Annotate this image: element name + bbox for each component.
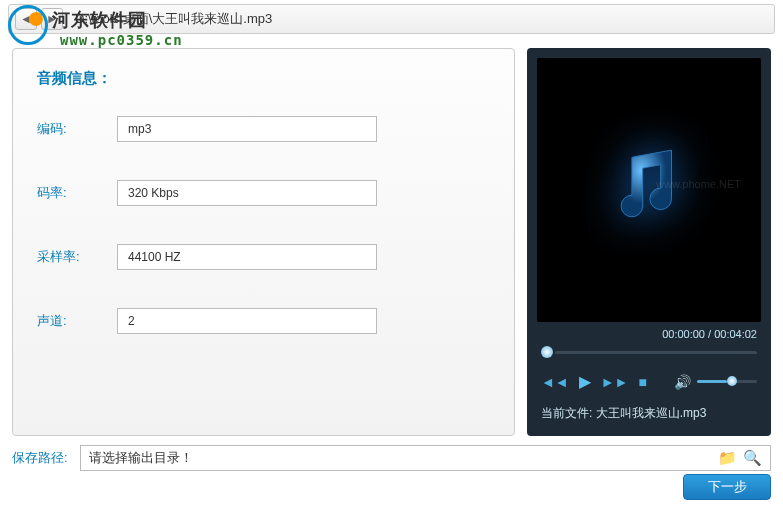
volume-icon[interactable]: 🔊 [674, 374, 691, 390]
channels-row: 声道: [37, 308, 490, 334]
preview-watermark: www.phome.NET [656, 178, 741, 190]
audio-info-panel: 音频信息： 编码: 码率: 采样率: 声道: [12, 48, 515, 436]
next-button[interactable]: 下一步 [683, 474, 771, 500]
search-icon[interactable]: 🔍 [743, 449, 762, 467]
time-display: 00:00:00 / 00:04:02 [537, 322, 761, 344]
samplerate-input[interactable] [117, 244, 377, 270]
watermark-brand: 河东软件园 [52, 8, 147, 32]
player-panel: www.phome.NET 00:00:00 / 00:04:02 ◄◄ ▶ ►… [527, 48, 771, 436]
stop-icon[interactable]: ■ [638, 374, 646, 390]
seek-bar[interactable] [537, 344, 761, 366]
save-path-row: 保存路径: 请选择输出目录！ 📁 🔍 [12, 444, 771, 472]
bitrate-label: 码率: [37, 184, 117, 202]
preview-area: www.phome.NET [537, 58, 761, 322]
save-path-label: 保存路径: [12, 449, 74, 467]
bitrate-row: 码率: [37, 180, 490, 206]
save-path-input[interactable]: 请选择输出目录！ 📁 🔍 [80, 445, 771, 471]
volume-control: 🔊 [674, 374, 757, 390]
watermark-logo [8, 5, 48, 49]
music-note-icon [604, 143, 694, 237]
folder-icon[interactable]: 📁 [718, 449, 737, 467]
next-icon[interactable]: ►► [601, 374, 629, 390]
samplerate-row: 采样率: [37, 244, 490, 270]
channels-input[interactable] [117, 308, 377, 334]
codec-row: 编码: [37, 116, 490, 142]
seek-handle[interactable] [541, 346, 553, 358]
watermark-url: www.pc0359.cn [60, 32, 183, 48]
audio-info-title: 音频信息： [37, 69, 490, 88]
file-path: D:\tools\桌面\大王叫我来巡山.mp3 [67, 10, 768, 28]
current-file-label: 当前文件: 大王叫我来巡山.mp3 [537, 401, 761, 426]
save-path-placeholder: 请选择输出目录！ [89, 449, 193, 467]
samplerate-label: 采样率: [37, 248, 117, 266]
channels-label: 声道: [37, 312, 117, 330]
play-icon[interactable]: ▶ [579, 372, 591, 391]
bitrate-input[interactable] [117, 180, 377, 206]
player-controls: ◄◄ ▶ ►► ■ 🔊 [537, 366, 761, 401]
seek-track[interactable] [555, 351, 757, 354]
codec-label: 编码: [37, 120, 117, 138]
codec-input[interactable] [117, 116, 377, 142]
volume-slider[interactable] [697, 380, 757, 383]
prev-icon[interactable]: ◄◄ [541, 374, 569, 390]
volume-handle[interactable] [727, 376, 737, 386]
